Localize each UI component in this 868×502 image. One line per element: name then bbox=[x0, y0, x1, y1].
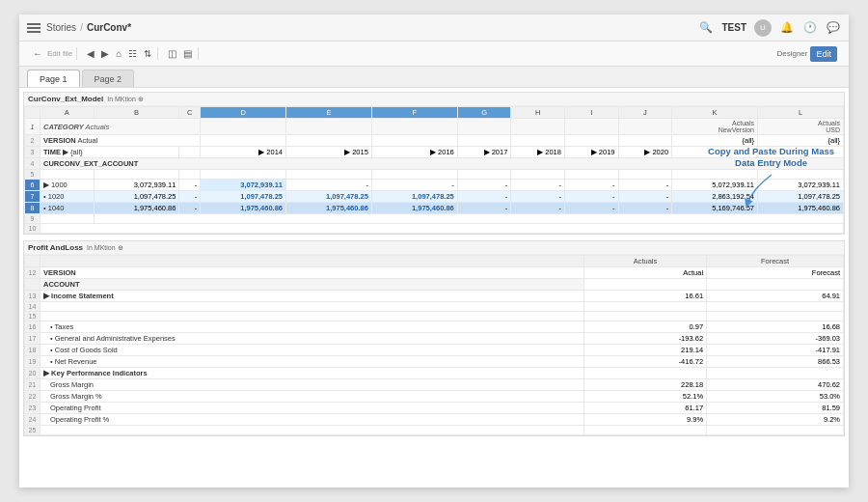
search-icon[interactable]: 🔍 bbox=[698, 20, 714, 36]
row-10: 10 bbox=[25, 224, 844, 234]
r24-actuals[interactable]: 9.9% bbox=[583, 414, 706, 426]
row-net-revenue: 19 • Net Revenue -416.72 866.53 bbox=[25, 356, 844, 368]
chart-btn[interactable]: ▤ bbox=[181, 47, 194, 60]
ver-j bbox=[618, 135, 672, 147]
r23-actuals[interactable]: 61.17 bbox=[583, 403, 706, 414]
comment-icon[interactable]: 💬 bbox=[826, 20, 841, 36]
bottom-grid-title: Profit AndLoss bbox=[28, 243, 83, 252]
r5-l bbox=[757, 170, 843, 180]
r17-actuals[interactable]: -193.62 bbox=[583, 333, 706, 345]
r5-f bbox=[371, 170, 457, 180]
r7-b: 1,097,478.25 bbox=[94, 191, 179, 203]
top-grid-title: CurConv_Ext_Model bbox=[28, 95, 103, 103]
r8-i: - bbox=[564, 203, 618, 214]
top-bar-left: Stories / CurConv* bbox=[27, 22, 131, 33]
r8-d[interactable]: 1,975,460.86 bbox=[201, 203, 286, 214]
col-G: G bbox=[457, 107, 511, 119]
breadcrumb-stories[interactable]: Stories bbox=[46, 22, 76, 33]
r7-g: - bbox=[457, 191, 511, 203]
category-label: CATEGORY Actuals bbox=[41, 119, 201, 135]
r16-actuals[interactable]: 0.97 bbox=[583, 321, 706, 333]
ver-h bbox=[511, 135, 565, 147]
home-btn[interactable]: ⌂ bbox=[114, 47, 123, 60]
r6-d[interactable]: 3,072,939.11 bbox=[201, 180, 286, 191]
undo-btn[interactable]: ← bbox=[31, 47, 44, 60]
cat-l: ActualsUSD bbox=[757, 119, 843, 135]
top-bar: Stories / CurConv* 🔍 TEST U 🔔 🕐 💬 bbox=[19, 14, 849, 42]
r5-e bbox=[286, 170, 372, 180]
row-4-num: 4 bbox=[25, 158, 41, 170]
fwd-btn[interactable]: ▶ bbox=[99, 47, 111, 60]
version-label: VERSION Actual bbox=[41, 135, 201, 147]
breadcrumb-current[interactable]: CurConv* bbox=[87, 22, 131, 33]
r20-forecast bbox=[707, 368, 844, 379]
top-bar-right: 🔍 TEST U 🔔 🕐 💬 bbox=[698, 19, 841, 37]
row-5: 5 bbox=[25, 170, 844, 180]
col-I: I bbox=[564, 107, 618, 119]
filter-btn[interactable]: ☷ bbox=[126, 47, 139, 60]
r7-e[interactable]: 1,097,478.25 bbox=[286, 191, 372, 203]
time-j: ▶ 2020 bbox=[618, 147, 672, 158]
r19-actuals[interactable]: -416.72 bbox=[583, 356, 706, 368]
r19-forecast[interactable]: 866.53 bbox=[707, 356, 844, 368]
hamburger-menu[interactable] bbox=[27, 23, 41, 33]
data-row-1020: 7 • 1020 1,097,478.25 - 1,097,478.25 1,0… bbox=[25, 191, 844, 203]
cat-k: ActualsNewVersion bbox=[672, 119, 758, 135]
r23-forecast[interactable]: 81.59 bbox=[707, 403, 844, 414]
col-L: L bbox=[757, 107, 843, 119]
r8-f[interactable]: 1,975,460.86 bbox=[371, 203, 457, 214]
toolbar-nav: ◀ ▶ ⌂ ☷ ⇅ bbox=[81, 47, 158, 60]
col-B: B bbox=[94, 107, 179, 119]
r5-j bbox=[618, 170, 672, 180]
r7-code: • 1020 bbox=[41, 191, 95, 203]
tab-page2[interactable]: Page 2 bbox=[82, 70, 135, 87]
r13-forecast[interactable]: 64.91 bbox=[707, 291, 844, 302]
r19-label: • Net Revenue bbox=[41, 356, 584, 368]
sort-btn[interactable]: ⇅ bbox=[142, 47, 153, 60]
bv-num: 12 bbox=[25, 267, 41, 279]
row-gna: 17 • General and Administrative Expenses… bbox=[25, 333, 844, 345]
bottom-ver-row: 12 VERSION Actual Forecast bbox=[25, 267, 844, 279]
clock-icon[interactable]: 🕐 bbox=[802, 20, 818, 36]
time-i: ▶ 2019 bbox=[564, 147, 618, 158]
story-button[interactable]: Edit bbox=[810, 46, 837, 62]
r22-actuals[interactable]: 52.1% bbox=[583, 391, 706, 403]
toolbar: ← Edit file ◀ ▶ ⌂ ☷ ⇅ ◫ ▤ Designer Edit bbox=[19, 42, 849, 67]
bh-account bbox=[41, 256, 584, 267]
ver-g bbox=[457, 135, 511, 147]
r20-num: 20 bbox=[25, 368, 41, 379]
r18-actuals[interactable]: 219.14 bbox=[583, 345, 706, 356]
r21-actuals[interactable]: 228.18 bbox=[583, 379, 706, 391]
r5-k bbox=[672, 170, 758, 180]
ver-f bbox=[371, 135, 457, 147]
time-h: ▶ 2018 bbox=[511, 147, 565, 158]
r21-forecast[interactable]: 470.62 bbox=[707, 379, 844, 391]
time-e: ▶ 2015 bbox=[286, 147, 372, 158]
r7-f[interactable]: 1,097,478.25 bbox=[371, 191, 457, 203]
r18-forecast[interactable]: -417.91 bbox=[707, 345, 844, 356]
col-E: E bbox=[286, 107, 372, 119]
r24-label: Operating Profit % bbox=[41, 414, 584, 426]
row-1-num: 1 bbox=[25, 119, 41, 135]
back-btn[interactable]: ◀ bbox=[85, 47, 96, 60]
r16-forecast[interactable]: 16.68 bbox=[707, 321, 844, 333]
r5-i bbox=[564, 170, 618, 180]
breadcrumb: Stories / CurConv* bbox=[46, 22, 131, 33]
bottom-grid: Profit AndLoss In MKtion ⊕ Actuals Forec… bbox=[23, 240, 845, 436]
row-gross-margin-pct: 22 Gross Margin % 52.1% 53.0% bbox=[25, 391, 844, 403]
bell-icon[interactable]: 🔔 bbox=[779, 20, 795, 36]
r8-e[interactable]: 1,975,460.86 bbox=[286, 203, 372, 214]
tab-page1[interactable]: Page 1 bbox=[27, 70, 80, 87]
bh-forecast: Forecast bbox=[707, 256, 844, 267]
r16-num: 16 bbox=[25, 321, 41, 333]
col-J: J bbox=[618, 107, 672, 119]
col-C: C bbox=[179, 107, 201, 119]
r7-d[interactable]: 1,097,478.25 bbox=[201, 191, 286, 203]
r6-f: - bbox=[371, 180, 457, 191]
r13-actuals[interactable]: 16.61 bbox=[583, 291, 706, 302]
r21-label: Gross Margin bbox=[41, 379, 584, 391]
r22-forecast[interactable]: 53.0% bbox=[707, 391, 844, 403]
r24-forecast[interactable]: 9.2% bbox=[707, 414, 844, 426]
grid-btn[interactable]: ◫ bbox=[166, 47, 178, 60]
r17-forecast[interactable]: -369.03 bbox=[707, 333, 844, 345]
